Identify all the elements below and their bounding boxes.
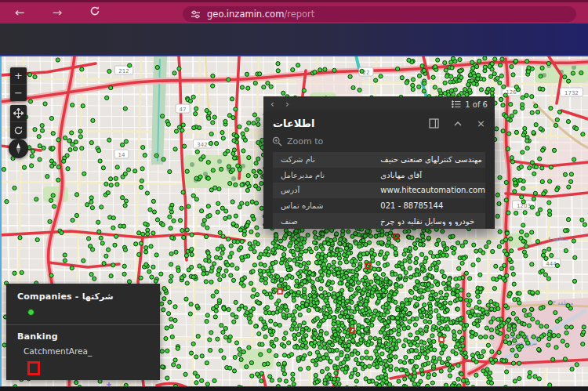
- popup-header: اطلاعات ×: [263, 112, 495, 133]
- refresh-glyph: [89, 5, 100, 16]
- dock-icon: [429, 118, 439, 129]
- svg-text:1732: 1732: [564, 90, 579, 96]
- zoom-to-label: Zoom to: [287, 136, 323, 147]
- dock-button[interactable]: [429, 118, 439, 129]
- svg-text:منطقه ۸: منطقه ۸: [548, 235, 569, 242]
- field-label: صنف: [273, 217, 372, 226]
- table-row: آدرس www.hitecautomation.com: [273, 183, 485, 198]
- field-value: مهندسی کنترلهای صنعتی حنیف: [372, 155, 485, 164]
- pager-next-button[interactable]: ›: [285, 96, 300, 112]
- collapse-button[interactable]: [454, 121, 462, 126]
- popup-title: اطلاعات: [273, 118, 414, 129]
- popup-panel: اطلاعات ×: [263, 112, 495, 229]
- forward-icon[interactable]: →: [47, 2, 67, 24]
- table-row: نام مدیرعامل آقای مهابادی: [273, 168, 485, 183]
- tune-icon[interactable]: [191, 9, 201, 20]
- app-header-bar: [0, 24, 588, 56]
- legend-divider: [6, 324, 160, 325]
- zoom-control: + −: [10, 67, 27, 101]
- feature-popup: ‹ › 1 of 6 اطلاعات: [263, 96, 495, 235]
- field-value: آقای مهابادی: [372, 171, 485, 179]
- url-bar[interactable]: geo.inzamin.com/report: [183, 6, 576, 22]
- rotate-icon: [13, 125, 24, 136]
- back-icon[interactable]: ←: [9, 2, 30, 24]
- zoom-in-button[interactable]: +: [10, 67, 27, 84]
- zoom-to-action[interactable]: Zoom to: [263, 133, 495, 150]
- legend-companies-title: Companies - شرکتها: [17, 291, 149, 302]
- field-value: www.hitecautomation.com: [372, 186, 485, 194]
- pager-prev-button[interactable]: ‹: [270, 96, 285, 112]
- field-value: خودرو و وسایل نقلیه دو چرخ: [372, 217, 485, 226]
- svg-text:212: 212: [118, 68, 129, 74]
- svg-text:342: 342: [197, 142, 207, 148]
- table-row: شماره تماس 021 - 88785144: [273, 198, 485, 214]
- bottom-edge: [0, 386, 588, 391]
- field-label: نام شرکت: [273, 155, 372, 164]
- legend-banking-title: Banking: [17, 331, 149, 342]
- table-row: صنف خودرو و وسایل نقلیه دو چرخ: [273, 213, 485, 229]
- company-dot-symbol: [27, 309, 34, 316]
- popup-pager: ‹ › 1 of 6: [263, 96, 495, 112]
- feature-list-icon[interactable]: [452, 100, 461, 108]
- legend-panel: Companies - شرکتها Banking CatchmentArea…: [6, 284, 160, 380]
- attribute-table: نام شرکت مهندسی کنترلهای صنعتی حنیف نام …: [273, 152, 485, 229]
- pan-button[interactable]: [10, 105, 27, 121]
- legend-catchment-label: CatchmentArea_: [24, 346, 149, 356]
- field-label: آدرس: [273, 186, 372, 194]
- zoom-out-button[interactable]: −: [10, 84, 27, 101]
- table-row: نام شرکت مهندسی کنترلهای صنعتی حنیف: [273, 152, 485, 168]
- chevron-up-icon: [454, 121, 462, 126]
- field-value: 021 - 88785144: [372, 201, 485, 210]
- close-button[interactable]: ×: [477, 119, 485, 129]
- svg-text:47: 47: [180, 107, 187, 113]
- browser-toolbar: ← → geo.inzamin.com/report: [0, 0, 588, 24]
- screen: ← → geo.inzamin.com/report ✈212224734212…: [0, 0, 588, 391]
- catchment-square-symbol: [27, 361, 40, 375]
- pan-icon: [13, 108, 24, 118]
- url-text: geo.inzamin.com/report: [207, 9, 314, 20]
- svg-text:14: 14: [118, 152, 125, 158]
- magnifier-plus-icon: [272, 136, 282, 147]
- compass-needle-icon: [12, 142, 25, 155]
- pager-count-text: 1 of 6: [465, 100, 488, 109]
- field-label: نام مدیرعامل: [273, 171, 372, 179]
- field-label: شماره تماس: [273, 201, 372, 210]
- pan-control: [10, 105, 27, 139]
- refresh-icon[interactable]: [85, 2, 105, 24]
- pager-count: 1 of 6: [452, 100, 488, 109]
- rotate-button[interactable]: [10, 121, 27, 139]
- compass-button[interactable]: [9, 139, 28, 158]
